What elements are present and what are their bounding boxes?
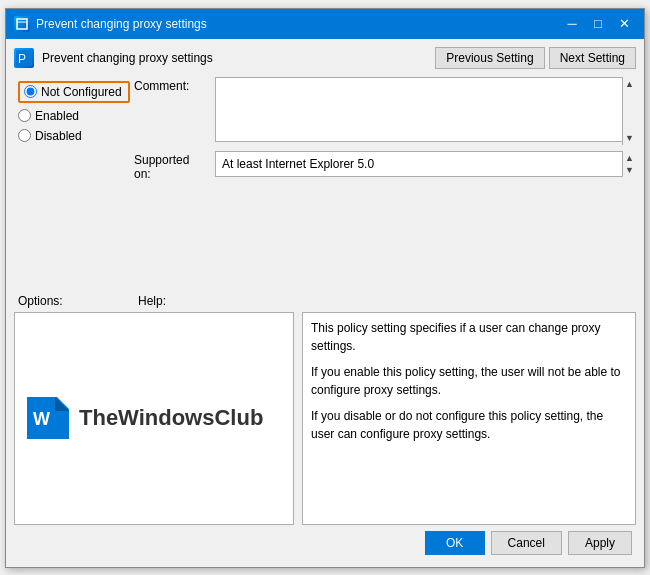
footer: OK Cancel Apply <box>14 525 636 559</box>
content-area: P Prevent changing proxy settings Previo… <box>6 39 644 567</box>
help-text-1: This policy setting specifies if a user … <box>311 319 627 355</box>
svg-text:W: W <box>33 409 50 429</box>
supported-value-field: At least Internet Explorer 5.0 <box>215 151 636 177</box>
main-panel: Not Configured Enabled Disabled Comm <box>14 77 636 290</box>
options-section-label: Options: <box>14 294 134 308</box>
policy-title: Prevent changing proxy settings <box>42 51 427 65</box>
comment-label: Comment: <box>134 77 209 93</box>
help-text-3: If you disable or do not configure this … <box>311 407 627 443</box>
left-panel: Not Configured Enabled Disabled <box>14 77 134 290</box>
maximize-button[interactable]: □ <box>586 13 610 35</box>
close-button[interactable]: ✕ <box>612 13 636 35</box>
help-text-2: If you enable this policy setting, the u… <box>311 363 627 399</box>
disabled-label: Disabled <box>35 129 82 143</box>
enabled-radio[interactable] <box>18 109 31 122</box>
right-panel: Comment: ▲ ▼ Supported on: At least <box>134 77 636 290</box>
window-title: Prevent changing proxy settings <box>36 17 560 31</box>
cancel-button[interactable]: Cancel <box>491 531 562 555</box>
disabled-option[interactable]: Disabled <box>18 129 130 143</box>
enabled-option[interactable]: Enabled <box>18 109 130 123</box>
enabled-label: Enabled <box>35 109 79 123</box>
previous-setting-button[interactable]: Previous Setting <box>435 47 544 69</box>
radio-group: Not Configured Enabled Disabled <box>18 81 130 143</box>
title-bar: Prevent changing proxy settings ─ □ ✕ <box>6 9 644 39</box>
policy-icon: P <box>14 48 34 68</box>
options-panel: W TheWindowsClub <box>14 312 294 525</box>
disabled-radio[interactable] <box>18 129 31 142</box>
not-configured-label: Not Configured <box>41 85 122 99</box>
nav-buttons: Previous Setting Next Setting <box>435 47 636 69</box>
help-section-label: Help: <box>134 294 636 308</box>
window-controls: ─ □ ✕ <box>560 13 636 35</box>
bottom-panels: W TheWindowsClub This policy setting spe… <box>14 312 636 525</box>
supported-label: Supported on: <box>134 151 209 181</box>
supported-scroll-up[interactable]: ▲ <box>625 153 634 163</box>
minimize-button[interactable]: ─ <box>560 13 584 35</box>
not-configured-option[interactable]: Not Configured <box>18 81 130 103</box>
comment-scroll-down[interactable]: ▼ <box>625 133 634 143</box>
svg-rect-0 <box>17 19 27 29</box>
svg-text:P: P <box>18 52 26 66</box>
main-window: Prevent changing proxy settings ─ □ ✕ P … <box>5 8 645 568</box>
supported-scroll-down[interactable]: ▼ <box>625 165 634 175</box>
help-panel: This policy setting specifies if a user … <box>302 312 636 525</box>
supported-row: Supported on: At least Internet Explorer… <box>134 151 636 181</box>
next-setting-button[interactable]: Next Setting <box>549 47 636 69</box>
logo-icon: W <box>27 397 69 439</box>
window-icon <box>14 16 30 32</box>
supported-value: At least Internet Explorer 5.0 <box>222 157 374 171</box>
header-row: P Prevent changing proxy settings Previo… <box>14 47 636 69</box>
comment-row: Comment: ▲ ▼ <box>134 77 636 145</box>
logo-area: W TheWindowsClub <box>19 389 271 447</box>
comment-textarea[interactable] <box>215 77 636 142</box>
comment-scroll-up[interactable]: ▲ <box>625 79 634 89</box>
ok-button[interactable]: OK <box>425 531 485 555</box>
section-labels-row: Options: Help: <box>14 290 636 312</box>
not-configured-radio[interactable] <box>24 85 37 98</box>
apply-button[interactable]: Apply <box>568 531 632 555</box>
logo-text: TheWindowsClub <box>79 405 263 431</box>
